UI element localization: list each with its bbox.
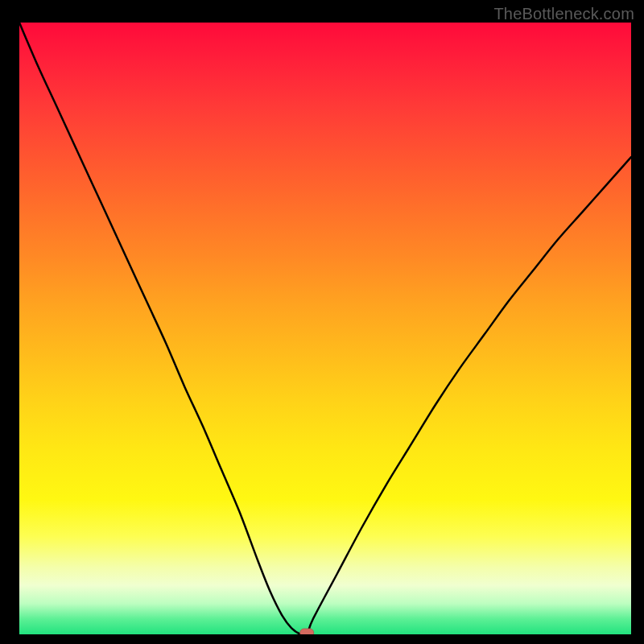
watermark-text: TheBottleneck.com [493,5,634,23]
optimum-marker [300,629,314,634]
chart-plot-area [19,23,631,634]
bottleneck-curve [19,23,631,634]
bottleneck-curve-svg [19,23,631,634]
